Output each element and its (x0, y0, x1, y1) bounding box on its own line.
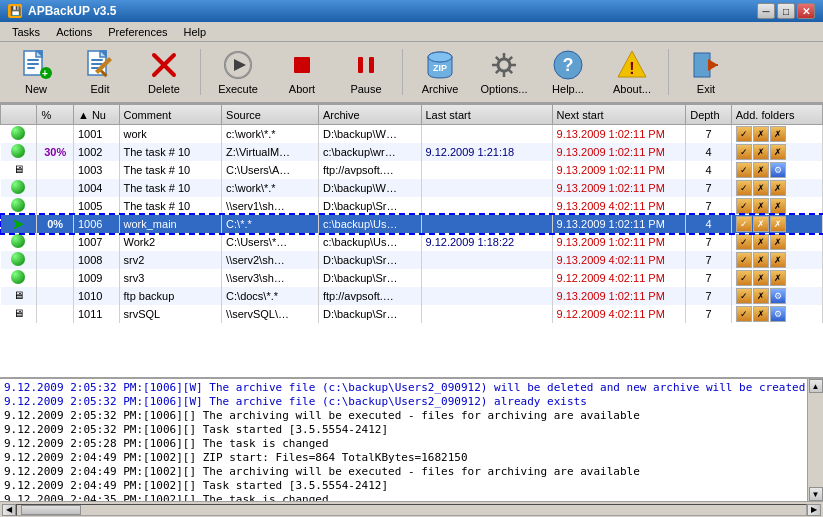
action-btn-2[interactable]: ✗ (753, 234, 769, 250)
table-row[interactable]: 1008 srv2 \\serv2\sh… D:\backup\Sr… 9.13… (1, 251, 823, 269)
action-btn-3[interactable]: ✗ (770, 144, 786, 160)
col-nextstart[interactable]: Next start (552, 105, 686, 125)
action-btn-1[interactable]: ✓ (736, 288, 752, 304)
options-button[interactable]: Options... (474, 45, 534, 99)
action-btn-2[interactable]: ✗ (753, 162, 769, 178)
hscroll-thumb[interactable] (21, 505, 81, 515)
col-archive[interactable]: Archive (318, 105, 421, 125)
menu-preferences[interactable]: Preferences (100, 24, 175, 40)
table-row[interactable]: 30% 1002 The task # 10 Z:\VirtualM… c:\b… (1, 143, 823, 161)
edit-button[interactable]: Edit (70, 45, 130, 99)
table-row[interactable]: 1004 The task # 10 c:\work\*.* D:\backup… (1, 179, 823, 197)
table-row[interactable]: 🖥 1011 srvSQL \\servSQL\… D:\backup\Sr… … (1, 305, 823, 323)
action-btn-1[interactable]: ✓ (736, 126, 752, 142)
action-btn-2[interactable]: ✗ (753, 180, 769, 196)
action-btn-1[interactable]: ✓ (736, 180, 752, 196)
action-btn-3[interactable]: ✗ (770, 234, 786, 250)
col-addfolders[interactable]: Add. folders (731, 105, 822, 125)
action-btn-3[interactable]: ⚙ (770, 162, 786, 178)
cell-depth: 4 (686, 143, 732, 161)
table-row[interactable]: 1001 work c:\work\*.* D:\backup\W… 9.13.… (1, 125, 823, 144)
action-btn-2[interactable]: ✗ (753, 198, 769, 214)
pause-button[interactable]: Pause (336, 45, 396, 99)
next-start-value: 9.13.2009 1:02:11 PM (557, 146, 665, 158)
table-row[interactable]: ➤ 0% 1006 work_main C:\*.* c:\backup\Us…… (1, 215, 823, 233)
cell-num: 1003 (73, 161, 119, 179)
archive-button[interactable]: ZIP Archive (410, 45, 470, 99)
col-source[interactable]: Source (222, 105, 319, 125)
cell-source: C:\Users\*… (222, 233, 319, 251)
action-btn-3[interactable]: ⚙ (770, 288, 786, 304)
action-btn-1[interactable]: ✓ (736, 216, 752, 232)
maximize-button[interactable]: □ (777, 3, 795, 19)
about-button[interactable]: ! About... (602, 45, 662, 99)
close-button[interactable]: ✕ (797, 3, 815, 19)
scroll-left-button[interactable]: ◀ (2, 504, 16, 516)
action-btn-3[interactable]: ✗ (770, 198, 786, 214)
action-cell: ✓ ✗ ✗ (736, 180, 818, 196)
log-horizontal-scrollbar[interactable]: ◀ ▶ (0, 501, 823, 517)
action-btn-1[interactable]: ✓ (736, 162, 752, 178)
action-btn-1[interactable]: ✓ (736, 144, 752, 160)
col-depth[interactable]: Depth (686, 105, 732, 125)
help-button[interactable]: ? Help... (538, 45, 598, 99)
action-cell: ✓ ✗ ✗ (736, 252, 818, 268)
action-btn-3[interactable]: ✗ (770, 252, 786, 268)
action-btn-1[interactable]: ✓ (736, 198, 752, 214)
menu-actions[interactable]: Actions (48, 24, 100, 40)
scroll-right-button[interactable]: ▶ (807, 504, 821, 516)
cell-nextstart: 9.13.2009 1:02:11 PM (552, 215, 686, 233)
scroll-up-button[interactable]: ▲ (809, 379, 823, 393)
menu-tasks[interactable]: Tasks (4, 24, 48, 40)
log-scrollbar[interactable]: ▲ ▼ (807, 379, 823, 501)
exit-button[interactable]: Exit (676, 45, 736, 99)
cell-archive: D:\backup\Sr… (318, 251, 421, 269)
col-laststart[interactable]: Last start (421, 105, 552, 125)
new-button[interactable]: + New (6, 45, 66, 99)
abort-button[interactable]: Abort (272, 45, 332, 99)
cell-comment: Work2 (119, 233, 222, 251)
action-btn-1[interactable]: ✓ (736, 234, 752, 250)
cell-depth: 4 (686, 161, 732, 179)
scroll-down-button[interactable]: ▼ (809, 487, 823, 501)
table-row[interactable]: 1005 The task # 10 \\serv1\sh… D:\backup… (1, 197, 823, 215)
cell-depth: 7 (686, 269, 732, 287)
cell-source: C:\Users\A… (222, 161, 319, 179)
action-btn-3[interactable]: ✗ (770, 126, 786, 142)
table-row[interactable]: 1007 Work2 C:\Users\*… c:\backup\Us… 9.1… (1, 233, 823, 251)
action-btn-2[interactable]: ✗ (753, 288, 769, 304)
delete-button[interactable]: Delete (134, 45, 194, 99)
action-btn-2[interactable]: ✗ (753, 270, 769, 286)
action-btn-1[interactable]: ✓ (736, 270, 752, 286)
about-icon: ! (616, 49, 648, 81)
action-btn-1[interactable]: ✓ (736, 306, 752, 322)
next-start-value: 9.13.2009 1:02:11 PM (557, 218, 665, 230)
action-btn-3[interactable]: ✗ (770, 270, 786, 286)
svg-line-32 (509, 70, 513, 74)
cell-laststart: 9.12.2009 1:18:22 (421, 233, 552, 251)
action-btn-2[interactable]: ✗ (753, 252, 769, 268)
cell-depth: 7 (686, 179, 732, 197)
action-btn-2[interactable]: ✗ (753, 216, 769, 232)
action-btn-1[interactable]: ✓ (736, 252, 752, 268)
action-btn-3[interactable]: ✗ (770, 180, 786, 196)
col-status[interactable] (1, 105, 37, 125)
col-comment[interactable]: Comment (119, 105, 222, 125)
cell-comment: srv3 (119, 269, 222, 287)
action-btn-2[interactable]: ✗ (753, 126, 769, 142)
action-btn-3[interactable]: ✗ (770, 216, 786, 232)
menu-help[interactable]: Help (176, 24, 215, 40)
col-pct[interactable]: % (37, 105, 73, 125)
table-row[interactable]: 🖥 1010 ftp backup C:\docs\*.* ftp://avps… (1, 287, 823, 305)
action-btn-3[interactable]: ⚙ (770, 306, 786, 322)
table-row[interactable]: 1009 srv3 \\serv3\sh… D:\backup\Sr… 9.12… (1, 269, 823, 287)
execute-button[interactable]: Execute (208, 45, 268, 99)
minimize-button[interactable]: ─ (757, 3, 775, 19)
cell-pct (37, 305, 73, 323)
cell-status (1, 269, 37, 287)
action-btn-2[interactable]: ✗ (753, 306, 769, 322)
help-label: Help... (552, 83, 584, 95)
table-row[interactable]: 🖥 1003 The task # 10 C:\Users\A… ftp://a… (1, 161, 823, 179)
col-num[interactable]: ▲ Nu (73, 105, 119, 125)
action-btn-2[interactable]: ✗ (753, 144, 769, 160)
